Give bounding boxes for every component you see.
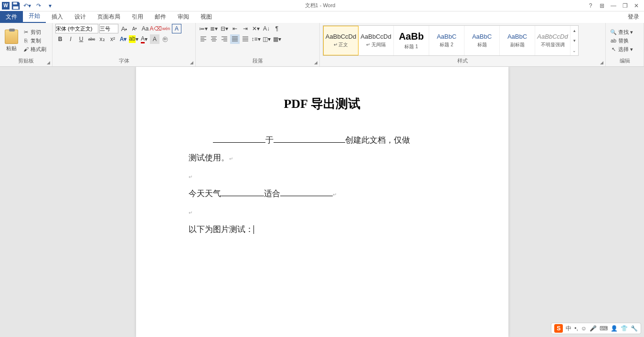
ime-mic-icon[interactable]: 🎤: [590, 325, 597, 332]
para-mark-icon: ↵: [189, 174, 192, 179]
tab-references[interactable]: 引用: [126, 11, 149, 23]
text-effects-button[interactable]: A▾: [118, 34, 128, 44]
tab-mailings[interactable]: 邮件: [149, 11, 172, 23]
redo-button[interactable]: ↷: [33, 1, 44, 11]
align-right-button[interactable]: [220, 34, 229, 44]
replace-button[interactable]: ab替换: [609, 37, 634, 45]
font-launcher[interactable]: ◢: [189, 60, 194, 65]
page[interactable]: PDF 导出测试 于创建此文档，仅做 测试使用。↵ ↵ 今天天气适合↵ ↵ 以下…: [136, 67, 508, 337]
ime-lang[interactable]: 中: [566, 325, 571, 333]
blank-field[interactable]: [213, 135, 265, 143]
ribbon-options-button[interactable]: ⊞: [597, 1, 607, 11]
paste-button[interactable]: 粘贴: [3, 29, 20, 53]
undo-button[interactable]: ↶▾: [22, 1, 32, 11]
select-icon: ↖: [610, 46, 617, 53]
ime-tool-icon[interactable]: 🔧: [631, 325, 638, 332]
show-marks-button[interactable]: ¶: [272, 24, 282, 33]
align-left-button[interactable]: [199, 34, 208, 44]
inc-indent-button[interactable]: ⇥: [241, 24, 250, 33]
select-button[interactable]: ↖选择 ▾: [609, 45, 634, 53]
save-button[interactable]: [11, 1, 21, 11]
blank-field[interactable]: [280, 188, 333, 196]
style-item-label: ↵ 正文: [334, 42, 348, 48]
tab-insert[interactable]: 插入: [46, 11, 69, 23]
sort-button[interactable]: A↓: [262, 24, 271, 33]
ime-person-icon[interactable]: 👤: [611, 325, 618, 332]
style-item[interactable]: AaBbCcDd↵ 正文: [323, 26, 359, 55]
dec-indent-button[interactable]: ⇤: [230, 24, 240, 33]
clipboard-launcher[interactable]: ◢: [45, 60, 51, 65]
style-item[interactable]: AaBbC标题: [465, 26, 500, 55]
style-item-preview: AaBbC: [507, 33, 527, 40]
close-button[interactable]: ✕: [632, 1, 641, 11]
style-item[interactable]: AaBbC副标题: [500, 26, 535, 55]
bullets-button[interactable]: ≔▾: [199, 24, 208, 33]
font-color-button[interactable]: A▾: [139, 34, 149, 44]
underline-button[interactable]: U: [76, 34, 86, 44]
strike-button[interactable]: abc: [87, 34, 96, 44]
tab-file[interactable]: 文件: [0, 11, 23, 23]
superscript-button[interactable]: x²: [108, 34, 117, 44]
doc-paragraph-1: 于创建此文档，仅做: [189, 131, 456, 149]
style-item[interactable]: AaBbCcDd↵ 无间隔: [359, 26, 394, 55]
style-item-preview: AaBbC: [472, 33, 492, 40]
clear-format-button[interactable]: A⌫: [151, 24, 160, 33]
ime-keyboard-icon[interactable]: ⌨: [600, 325, 608, 332]
ime-skin-icon[interactable]: 👕: [621, 325, 628, 332]
paste-label: 粘贴: [6, 45, 17, 52]
style-item-preview: AaBb: [399, 31, 423, 42]
blank-field[interactable]: [221, 188, 264, 196]
tab-layout[interactable]: 页面布局: [92, 11, 126, 23]
ime-face-icon[interactable]: ☺: [581, 325, 587, 332]
cut-button[interactable]: ✂剪切: [21, 28, 48, 36]
tab-design[interactable]: 设计: [69, 11, 92, 23]
paragraph-launcher[interactable]: ◢: [313, 60, 318, 65]
highlight-button[interactable]: ab▾: [129, 34, 138, 44]
shading-button[interactable]: ◫▾: [262, 34, 271, 44]
restore-button[interactable]: ❐: [620, 1, 630, 11]
shrink-font-button[interactable]: A▾: [130, 24, 139, 33]
copy-button[interactable]: ⎘复制: [21, 37, 48, 45]
format-painter-button[interactable]: 🖌格式刷: [21, 45, 48, 53]
tab-home[interactable]: 开始: [23, 10, 46, 23]
gallery-more[interactable]: ▴▾⌄: [570, 26, 578, 55]
phonetic-button[interactable]: wén: [161, 24, 171, 33]
font-name-combo[interactable]: [55, 24, 98, 33]
find-button[interactable]: 🔍查找 ▾: [609, 28, 634, 36]
document-area[interactable]: PDF 导出测试 于创建此文档，仅做 测试使用。↵ ↵ 今天天气适合↵ ↵ 以下…: [0, 67, 644, 337]
minimize-button[interactable]: —: [609, 1, 618, 11]
char-border-button[interactable]: A: [172, 24, 181, 33]
group-paragraph-label: 段落: [199, 57, 317, 65]
styles-gallery[interactable]: AaBbCcDd↵ 正文AaBbCcDd↵ 无间隔AaBb标题 1AaBbC标题…: [323, 25, 579, 56]
distribute-button[interactable]: [241, 34, 250, 44]
sogou-icon[interactable]: S: [554, 324, 563, 333]
asian-layout-button[interactable]: ✕▾: [251, 24, 261, 33]
styles-launcher[interactable]: ◢: [599, 60, 604, 65]
grow-font-button[interactable]: A▴: [119, 24, 129, 33]
help-button[interactable]: ?: [586, 1, 595, 11]
ime-toolbar[interactable]: S 中 •, ☺ 🎤 ⌨ 👤 👕 🔧: [551, 323, 641, 334]
bold-button[interactable]: B: [55, 34, 65, 44]
style-item[interactable]: AaBbCcDd不明显强调: [535, 26, 570, 55]
numbering-button[interactable]: ≣▾: [209, 24, 219, 33]
svg-rect-1: [13, 6, 19, 9]
borders-button[interactable]: ▦▾: [272, 34, 282, 44]
enclose-char-button[interactable]: ㊥: [160, 34, 170, 44]
blank-field[interactable]: [274, 135, 345, 143]
tab-review[interactable]: 审阅: [172, 11, 195, 23]
italic-button[interactable]: I: [66, 34, 75, 44]
char-shading-button[interactable]: A: [150, 34, 159, 44]
justify-button[interactable]: [230, 34, 240, 44]
signin-link[interactable]: 登录: [623, 11, 644, 23]
subscript-button[interactable]: x₂: [97, 34, 107, 44]
style-item[interactable]: AaBb标题 1: [394, 26, 429, 55]
qat-customize[interactable]: ▾: [45, 1, 55, 11]
multilevel-button[interactable]: ⊟▾: [220, 24, 229, 33]
change-case-button[interactable]: Aa: [140, 24, 150, 33]
line-spacing-button[interactable]: ↕≡▾: [251, 34, 261, 44]
align-center-button[interactable]: [209, 34, 219, 44]
tab-view[interactable]: 视图: [195, 11, 218, 23]
font-size-combo[interactable]: [99, 24, 118, 33]
ime-punct[interactable]: •,: [574, 325, 578, 332]
style-item[interactable]: AaBbC标题 2: [429, 26, 465, 55]
